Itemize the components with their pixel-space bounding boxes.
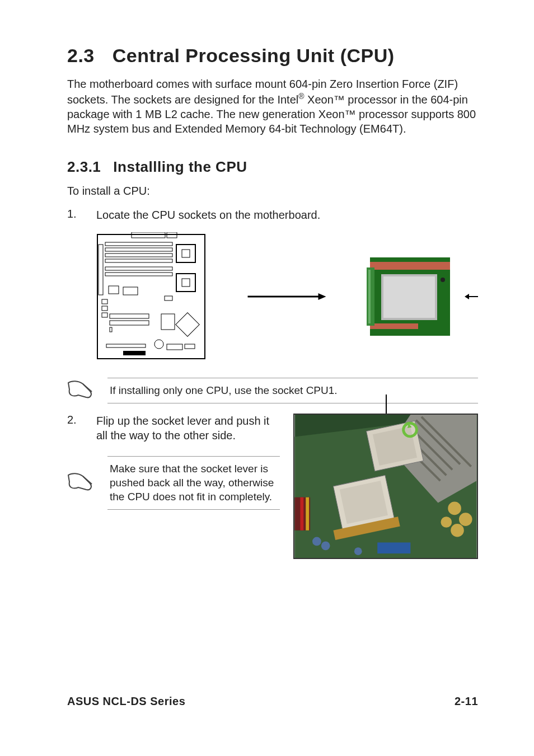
svg-marker-31 [318,293,326,300]
svg-rect-17 [102,299,107,304]
cpu-render-icon [367,257,453,336]
svg-rect-20 [110,314,149,318]
section-title-text: Central Processing Unit (CPU) [113,45,395,66]
note-text: If installing only one CPU, use the sock… [107,378,478,404]
svg-point-25 [154,340,163,349]
svg-point-67 [321,542,330,551]
svg-rect-24 [161,314,175,330]
svg-rect-28 [185,344,195,349]
subsection-heading: 2.3.1Installling the CPU [67,158,478,176]
svg-rect-9 [105,273,172,276]
svg-point-39 [441,278,445,282]
svg-point-59 [448,502,461,515]
svg-rect-65 [306,497,309,530]
svg-point-62 [441,516,452,528]
motherboard-diagram-icon [95,232,207,361]
two-column-block: 2. Flip up the socket lever and push it … [67,414,478,559]
arrow-right-icon [218,293,355,300]
svg-rect-29 [123,351,146,355]
svg-rect-38 [383,276,435,318]
svg-rect-23 [176,312,199,336]
svg-rect-27 [167,344,182,350]
step-item: 2. Flip up the socket lever and push it … [67,414,280,443]
note-text: Make sure that the socket lever is pushe… [107,456,280,510]
svg-rect-69 [377,543,410,554]
footer-right: 2-11 [455,695,478,708]
svg-rect-26 [106,344,146,348]
svg-rect-6 [105,253,172,257]
svg-point-68 [354,548,362,556]
svg-rect-11 [182,250,190,257]
svg-rect-14 [109,286,119,294]
svg-rect-21 [110,321,149,325]
svg-rect-8 [105,267,172,270]
step-number: 1. [67,208,83,222]
svg-rect-3 [99,245,103,295]
step-text: Flip up the socket lever and push it all… [96,414,280,443]
step-number: 2. [67,414,83,443]
socket-photo [293,414,478,559]
note-callout: If installing only one CPU, use the sock… [67,378,478,404]
svg-point-61 [451,524,464,537]
svg-marker-41 [465,294,469,299]
svg-line-43 [83,476,92,484]
svg-rect-34 [370,323,418,329]
note-callout: Make sure that the socket lever is pushe… [67,456,280,510]
svg-rect-16 [165,296,172,300]
footer-left: ASUS NCL-DS Series [67,695,185,708]
svg-point-60 [459,513,472,527]
svg-point-66 [312,537,321,546]
svg-rect-33 [370,262,450,270]
svg-line-42 [83,384,92,392]
svg-rect-13 [182,279,190,287]
subsection-lead: To install a CPU: [67,185,478,198]
step-text: Locate the CPU sockets on the motherboar… [96,208,320,222]
hand-pointing-icon [67,473,94,493]
svg-rect-10 [176,245,195,262]
svg-rect-7 [105,259,172,262]
section-heading: 2.3Central Processing Unit (CPU) [67,45,478,67]
svg-rect-15 [123,287,138,295]
svg-rect-18 [102,306,107,311]
subsection-title-text: Installling the CPU [113,158,247,175]
subsection-number: 2.3.1 [67,158,101,175]
arrow-left-icon [465,293,478,300]
svg-rect-5 [105,248,172,251]
svg-rect-19 [102,313,107,317]
step-item: 1. Locate the CPU sockets on the motherb… [67,208,478,222]
svg-rect-0 [97,234,205,359]
svg-rect-22 [110,327,112,332]
section-number: 2.3 [67,45,95,66]
hand-pointing-icon [67,381,94,401]
document-page: 2.3Central Processing Unit (CPU) The mot… [0,0,534,756]
page-footer: ASUS NCL-DS Series 2-11 [67,695,478,708]
svg-rect-64 [300,497,303,530]
svg-rect-12 [176,274,195,292]
svg-rect-4 [105,242,172,246]
svg-rect-36 [368,270,371,323]
diagram-row [95,232,478,361]
section-intro: The motherboard comes with surface mount… [67,77,478,136]
